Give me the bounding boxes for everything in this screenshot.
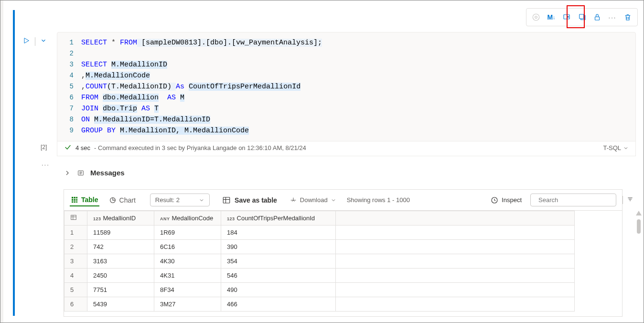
cell[interactable]: 5439 (87, 297, 154, 312)
download-button[interactable]: Download (290, 196, 336, 204)
svg-rect-10 (72, 197, 73, 198)
cell[interactable]: 466 (221, 297, 336, 312)
cell[interactable]: 3M27 (154, 297, 221, 312)
cell-indicator-bar (13, 10, 15, 316)
cell[interactable]: 4K30 (154, 254, 221, 269)
clear-output-icon[interactable] (559, 10, 574, 24)
cell[interactable]: 8F34 (154, 283, 221, 297)
table-row[interactable]: 424504K31546 (64, 269, 575, 283)
cell[interactable]: 7751 (87, 283, 154, 297)
svg-rect-20 (223, 197, 230, 203)
status-bar: 4 sec - Command executed in 3 sec by Pri… (57, 140, 636, 156)
markdown-icon[interactable]: M↓ (544, 10, 558, 24)
svg-rect-29 (71, 215, 76, 219)
tab-table[interactable]: Table (70, 194, 99, 206)
scrollbar[interactable] (636, 211, 641, 241)
copilot-icon[interactable] (529, 10, 543, 24)
cell[interactable]: 742 (87, 240, 154, 254)
run-controls (22, 37, 47, 46)
line-number: 6 (57, 92, 81, 103)
code-content[interactable]: ,COUNT(T.MedallionID) As CountOfTripsPer… (81, 81, 301, 92)
language-selector[interactable]: T-SQL (603, 144, 629, 151)
result-set-selector[interactable]: Result: 2 (150, 194, 210, 206)
code-content[interactable]: ,M.MedallionCode (81, 70, 150, 81)
svg-point-1 (535, 16, 537, 19)
table-row[interactable]: 654393M27466 (64, 297, 575, 312)
line-number: 5 (57, 81, 81, 92)
svg-marker-5 (24, 38, 29, 43)
line-number: 1 (57, 37, 81, 48)
table-icon (222, 196, 231, 205)
svg-marker-32 (636, 211, 642, 215)
svg-rect-14 (74, 199, 75, 200)
search-box[interactable] (530, 194, 616, 206)
table-row[interactable]: 577518F34490 (64, 283, 575, 297)
row-number: 3 (64, 254, 87, 269)
tab-chart[interactable]: Chart (108, 194, 137, 206)
svg-rect-18 (76, 201, 77, 203)
table-row[interactable]: 27426C16390 (64, 240, 575, 254)
chevron-right-icon (64, 169, 71, 177)
inspect-button[interactable]: Inspect (490, 196, 522, 205)
chevron-down-icon (331, 197, 336, 203)
success-check-icon (64, 143, 72, 152)
cell-more-icon[interactable]: ··· (42, 161, 50, 168)
code-content[interactable]: SELECT M.MedallionID (81, 59, 167, 70)
code-content[interactable]: JOIN dbo.Trip AS T (81, 103, 159, 114)
cell[interactable]: 3163 (87, 254, 154, 269)
save-as-table-button[interactable]: Save as table (222, 196, 277, 205)
left-rail (0, 0, 3, 323)
run-button[interactable] (22, 37, 30, 46)
table-row[interactable]: 331634K30354 (64, 254, 575, 269)
cell-index-label: [2] (41, 144, 47, 151)
svg-point-0 (533, 14, 539, 21)
rows-showing-label: Showing rows 1 - 1000 (347, 196, 410, 204)
code-editor[interactable]: 1SELECT * FROM [sampleDW0813].[dbo].[vw_… (57, 32, 636, 141)
table-corner-icon[interactable] (64, 211, 87, 226)
code-content[interactable]: ON M.MedallionID=T.MedallionID (81, 114, 210, 125)
cell[interactable]: 1R69 (154, 226, 221, 240)
messages-section[interactable]: Messages (64, 169, 125, 177)
cell[interactable]: 354 (221, 254, 336, 269)
line-number: 3 (57, 59, 81, 70)
results-panel: Table Chart Result: 2 Save as table Down… (64, 189, 623, 317)
code-content[interactable]: GROUP BY M.MedallionID, M.MedallionCode (81, 125, 249, 136)
inspect-icon (490, 196, 499, 205)
column-header[interactable]: 123CountOfTripsPerMedallionId (221, 211, 336, 226)
svg-rect-16 (72, 201, 73, 203)
line-number: 4 (57, 70, 81, 81)
cell[interactable]: 546 (221, 269, 336, 283)
search-input[interactable] (538, 196, 619, 204)
cell[interactable]: 4K31 (154, 269, 221, 283)
row-number: 4 (64, 269, 87, 283)
column-header[interactable]: ANYMedallionCode (154, 211, 221, 226)
svg-rect-33 (637, 219, 641, 234)
row-number: 5 (64, 283, 87, 297)
code-content[interactable]: SELECT * FROM [sampleDW0813].[dbo].[vw_P… (81, 37, 322, 48)
table-row[interactable]: 1115891R69184 (64, 226, 575, 240)
cell[interactable]: 490 (221, 283, 336, 297)
cell[interactable]: 11589 (87, 226, 154, 240)
cell[interactable]: 184 (221, 226, 336, 240)
more-icon[interactable]: ··· (605, 10, 620, 24)
cell[interactable]: 6C16 (154, 240, 221, 254)
lock-icon[interactable] (590, 10, 604, 24)
run-dropdown[interactable] (40, 37, 47, 45)
results-table[interactable]: 123MedallionIDANYMedallionCode123CountOf… (64, 211, 622, 316)
svg-rect-3 (580, 14, 584, 19)
line-number: 2 (57, 48, 81, 59)
row-number: 2 (64, 240, 87, 254)
messages-label: Messages (90, 169, 125, 177)
cell[interactable]: 390 (221, 240, 336, 254)
column-header[interactable]: 123MedallionID (87, 211, 154, 226)
svg-rect-11 (74, 197, 75, 198)
delete-icon[interactable] (621, 10, 635, 24)
svg-rect-12 (76, 197, 77, 198)
code-content[interactable]: FROM dbo.Medallion AS M (81, 92, 184, 103)
cell[interactable]: 2450 (87, 269, 154, 283)
cell-toolbar: M↓ ··· (526, 8, 638, 26)
multiple-windows-icon[interactable] (575, 10, 589, 24)
messages-icon (77, 169, 85, 177)
filter-icon[interactable] (623, 196, 633, 204)
results-toolbar: Table Chart Result: 2 Save as table Down… (64, 190, 622, 211)
